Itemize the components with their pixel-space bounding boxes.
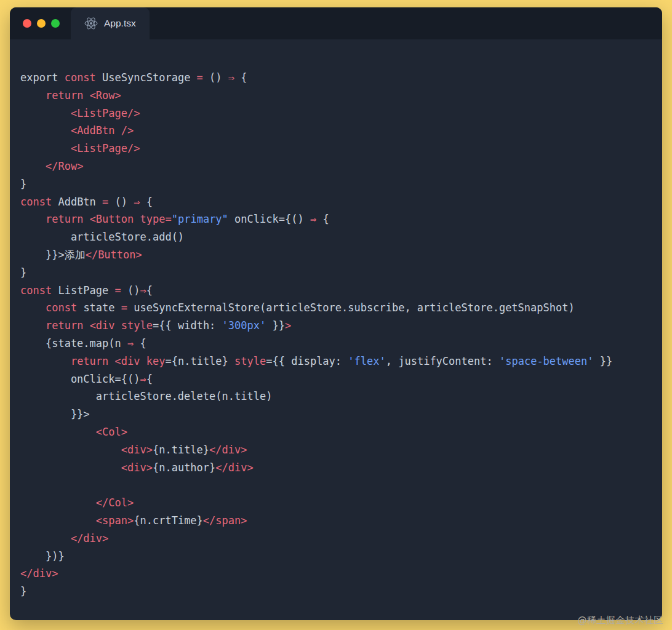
code-line: </Row> — [20, 158, 652, 175]
code-line: <div>{n.author}</div> — [20, 459, 652, 477]
code-block: export const UseSyncStorage = () ⇒ { ret… — [10, 39, 662, 619]
code-line: articleStore.add() — [20, 228, 652, 246]
code-line: return <Button type="primary" onClick={(… — [20, 210, 652, 228]
code-line: const state = useSyncExternalStore(artic… — [20, 299, 652, 317]
code-line: <div>{n.title}</div> — [20, 441, 652, 459]
watermark: @稀土掘金技术社区 — [578, 615, 664, 626]
code-line: articleStore.delete(n.title) — [20, 388, 652, 405]
maximize-button[interactable] — [51, 19, 60, 28]
code-line: }}>添加</Button> — [20, 246, 652, 264]
close-button[interactable] — [23, 19, 31, 28]
code-line: const AddBtn = () ⇒ { — [20, 193, 652, 211]
code-editor-window: App.tsx export const UseSyncStorage = ()… — [10, 7, 662, 620]
code-line: </Col> — [20, 494, 652, 512]
code-line: return <Row> — [20, 87, 652, 105]
code-line: })} — [20, 548, 652, 565]
code-line: <span>{n.crtTime}</span> — [20, 512, 652, 530]
code-line: return <div key={n.title} style={{ displ… — [20, 353, 652, 370]
code-line: <ListPage/> — [20, 105, 652, 122]
code-line: } — [20, 583, 652, 600]
code-line: {state.map(n ⇒ { — [20, 335, 652, 353]
code-line: </div> — [20, 530, 652, 548]
react-icon — [84, 17, 98, 30]
code-line: <ListPage/> — [20, 140, 652, 158]
minimize-button[interactable] — [37, 19, 46, 28]
code-line: <Col> — [20, 423, 652, 441]
tab-app-tsx[interactable]: App.tsx — [71, 7, 150, 39]
code-line: const ListPage = ()⇒{ — [20, 282, 652, 300]
code-line: return <div style={{ width: '300px' }}> — [20, 317, 652, 335]
code-line: } — [20, 175, 652, 193]
traffic-lights — [10, 19, 60, 28]
code-line: onClick={()⇒{ — [20, 370, 652, 388]
code-line — [20, 476, 652, 494]
code-line: export const UseSyncStorage = () ⇒ { — [20, 69, 652, 87]
tab-label: App.tsx — [104, 18, 136, 29]
code-line: <AddBtn /> — [20, 122, 652, 140]
window-titlebar: App.tsx — [10, 7, 662, 39]
code-line: </div> — [20, 565, 652, 583]
code-line: } — [20, 264, 652, 282]
code-line: }}> — [20, 405, 652, 423]
